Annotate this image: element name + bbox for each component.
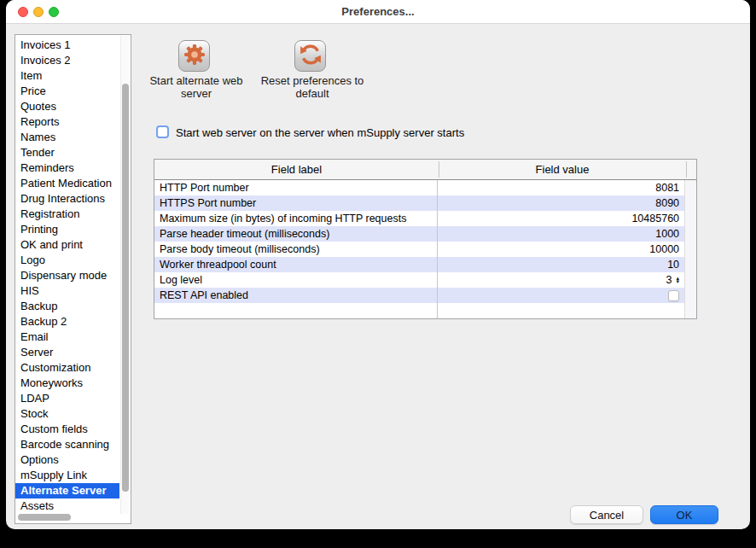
field-value-text: 8081	[655, 182, 679, 194]
field-value-cell[interactable]: 8090	[438, 195, 684, 211]
row-end-cell	[684, 180, 696, 195]
sidebar-list: Invoices 1Invoices 2ItemPriceQuotesRepor…	[15, 35, 131, 523]
sidebar-item-price[interactable]: Price	[15, 84, 119, 99]
sidebar-item-tender[interactable]: Tender	[15, 145, 119, 160]
window-title: Preferences...	[6, 5, 750, 18]
sidebar-item-dispensary-mode[interactable]: Dispensary mode	[15, 268, 119, 283]
table-row[interactable]: Parse header timeout (milliseconds)1000	[154, 226, 696, 242]
reset-preferences-label: Reset preferences to default	[256, 74, 369, 100]
row-end-cell	[684, 272, 696, 288]
table-row[interactable]: REST API enabled	[154, 288, 696, 303]
row-end-cell	[684, 211, 696, 226]
sidebar-vscrollbar-thumb[interactable]	[122, 84, 129, 492]
preferences-table: Field label Field value HTTP Port number…	[154, 159, 697, 319]
field-value-text: 10000	[649, 243, 679, 255]
table-row[interactable]: Parse body timeout (milliseconds)10000	[154, 242, 696, 257]
sidebar-item-ok-and-print[interactable]: OK and print	[15, 237, 119, 253]
sidebar-item-backup[interactable]: Backup	[15, 299, 119, 314]
sidebar-item-customization[interactable]: Customization	[15, 360, 119, 376]
sidebar-hscrollbar-thumb[interactable]	[18, 514, 71, 521]
start-alternate-web-server-label: Start alternate web server	[140, 74, 253, 100]
field-label-cell: Worker threadpool count	[154, 257, 438, 272]
sidebar-item-invoices-2[interactable]: Invoices 2	[15, 53, 119, 68]
sidebar: Invoices 1Invoices 2ItemPriceQuotesRepor…	[15, 34, 131, 524]
sidebar-item-barcode-scanning[interactable]: Barcode scanning	[15, 437, 119, 452]
table-row[interactable]: Log level3▴▾	[154, 272, 696, 288]
sidebar-item-custom-fields[interactable]: Custom fields	[15, 422, 119, 437]
column-divider	[686, 161, 687, 178]
refresh-icon	[299, 43, 323, 70]
ok-button[interactable]: OK	[650, 505, 718, 524]
sidebar-item-printing[interactable]: Printing	[15, 222, 119, 237]
reset-preferences-button[interactable]	[294, 40, 326, 72]
start-alternate-web-server-button[interactable]	[178, 40, 210, 72]
sidebar-item-names[interactable]: Names	[15, 130, 119, 145]
sidebar-item-his[interactable]: HIS	[15, 283, 119, 299]
field-value-text: 1000	[655, 228, 679, 240]
field-value-cell[interactable]: 10485760	[438, 211, 684, 226]
sidebar-item-patient-medication[interactable]: Patient Medication	[15, 176, 119, 191]
field-label-cell: Parse header timeout (milliseconds)	[154, 226, 438, 242]
field-value-cell[interactable]: 8081	[438, 180, 684, 195]
sidebar-item-item[interactable]: Item	[15, 68, 119, 84]
start-web-server-checkbox[interactable]	[156, 125, 169, 138]
titlebar: Preferences...	[6, 0, 750, 24]
sidebar-item-server[interactable]: Server	[15, 345, 119, 360]
log-level-stepper[interactable]: ▴▾	[677, 277, 680, 284]
field-value-cell[interactable]: 10000	[438, 242, 684, 257]
field-value-cell[interactable]: 3▴▾	[438, 272, 684, 288]
sidebar-item-registration[interactable]: Registration	[15, 207, 119, 222]
sidebar-item-assets[interactable]: Assets	[15, 498, 119, 514]
column-header-field-label[interactable]: Field label	[154, 160, 439, 180]
column-divider	[439, 161, 439, 178]
table-row-empty	[154, 303, 696, 318]
row-end-cell	[684, 195, 696, 211]
field-label-cell: REST API enabled	[154, 288, 438, 303]
sidebar-item-options[interactable]: Options	[15, 452, 119, 468]
sidebar-item-quotes[interactable]: Quotes	[15, 99, 119, 114]
rest-api-checkbox[interactable]	[668, 290, 679, 301]
sidebar-item-reports[interactable]: Reports	[15, 114, 119, 130]
table-row[interactable]: Worker threadpool count10	[154, 257, 696, 272]
preferences-window: Preferences... Invoices 1Invoices 2ItemP…	[6, 0, 750, 529]
cancel-button[interactable]: Cancel	[570, 505, 643, 524]
sidebar-item-stock[interactable]: Stock	[15, 406, 119, 422]
field-label-cell: HTTPS Port number	[154, 195, 438, 211]
sidebar-item-backup-2[interactable]: Backup 2	[15, 314, 119, 329]
table-row[interactable]: HTTPS Port number8090	[154, 195, 696, 211]
field-label-cell: Parse body timeout (milliseconds)	[154, 242, 438, 257]
sidebar-item-ldap[interactable]: LDAP	[15, 391, 119, 406]
field-label-cell: Log level	[154, 272, 438, 288]
sidebar-item-logo[interactable]: Logo	[15, 253, 119, 268]
sidebar-item-msupply-link[interactable]: mSupply Link	[15, 468, 119, 483]
row-end-cell	[684, 288, 696, 303]
row-end-cell	[684, 257, 696, 272]
field-value-text: 3	[666, 274, 672, 286]
field-label-cell: HTTP Port number	[154, 180, 438, 195]
field-value-text: 8090	[655, 197, 679, 209]
row-end-cell	[684, 226, 696, 242]
gear-icon	[183, 43, 206, 70]
start-web-server-label: Start web server on the server when mSup…	[176, 126, 464, 139]
sidebar-item-reminders[interactable]: Reminders	[15, 160, 119, 176]
table-body: HTTP Port number8081HTTPS Port number809…	[154, 180, 696, 318]
sidebar-item-alternate-server[interactable]: Alternate Server	[15, 483, 119, 498]
sidebar-vscrollbar-track[interactable]	[120, 36, 130, 514]
table-header: Field label Field value	[154, 160, 696, 180]
sidebar-item-email[interactable]: Email	[15, 329, 119, 345]
field-label-cell: Maximum size (in bytes) of incoming HTTP…	[154, 211, 438, 226]
sidebar-item-moneyworks[interactable]: Moneyworks	[15, 376, 119, 391]
field-value-text: 10485760	[631, 213, 679, 224]
sidebar-item-drug-interactions[interactable]: Drug Interactions	[15, 191, 119, 207]
field-value-cell[interactable]	[438, 288, 684, 303]
column-header-field-value[interactable]: Field value	[439, 160, 686, 180]
field-value-text: 10	[667, 259, 679, 271]
sidebar-item-invoices-1[interactable]: Invoices 1	[15, 38, 119, 53]
field-value-cell[interactable]: 10	[438, 257, 684, 272]
field-value-cell[interactable]: 1000	[438, 226, 684, 242]
table-row[interactable]: HTTP Port number8081	[154, 180, 696, 195]
table-row[interactable]: Maximum size (in bytes) of incoming HTTP…	[154, 211, 696, 226]
row-end-cell	[684, 242, 696, 257]
